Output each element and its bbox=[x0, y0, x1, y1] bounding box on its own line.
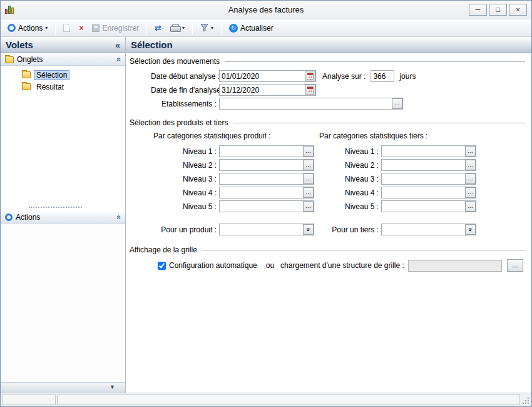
niveau-1-produit-field: … bbox=[219, 145, 314, 157]
category-column-headers: Par catégories statistiques produit : Pa… bbox=[153, 131, 526, 140]
refresh-icon: ⇄ bbox=[155, 24, 161, 32]
refresh-data-button[interactable]: ⇄ bbox=[151, 22, 165, 34]
col-tiers-header: Par catégories statistiques tiers : bbox=[319, 131, 427, 140]
pour-tiers-dropdown-button[interactable]: » bbox=[465, 224, 476, 235]
actions-menu-button[interactable]: Actions ▾ bbox=[4, 22, 51, 34]
date-fin-calendar-button[interactable]: 31 bbox=[305, 85, 315, 95]
niveau-1-produit-browse-button[interactable]: … bbox=[303, 146, 314, 157]
analyse-sur-input[interactable] bbox=[371, 70, 394, 82]
status-bar bbox=[1, 393, 531, 406]
jours-label: jours bbox=[399, 72, 416, 81]
niveau-5-row: Niveau 5 : … Niveau 5 : … bbox=[151, 200, 526, 212]
chevron-down-icon: ▾ bbox=[182, 25, 185, 31]
date-fin-label: Date de fin d'analyse : bbox=[151, 86, 217, 95]
niveau-5-tiers-browse-button[interactable]: … bbox=[465, 201, 476, 212]
niveau-1-tiers-input[interactable] bbox=[381, 145, 476, 157]
niveau-4-produit-browse-button[interactable]: … bbox=[303, 187, 314, 198]
toolbar-separator bbox=[192, 22, 193, 34]
onglets-tree: Sélection Résultat bbox=[1, 66, 125, 207]
page-title: Sélection bbox=[131, 39, 173, 50]
section-title-text: Affichage de la grille bbox=[130, 245, 197, 254]
collapse-panel-button[interactable]: « bbox=[115, 41, 120, 49]
niveau-4-produit-field: … bbox=[219, 187, 314, 198]
splitter-handle[interactable] bbox=[29, 207, 82, 208]
new-page-icon bbox=[63, 24, 70, 32]
section-rule bbox=[202, 250, 525, 250]
print-button[interactable]: ▾ bbox=[166, 23, 188, 34]
section-mouvements-title: Sélection des mouvements bbox=[130, 57, 526, 66]
double-chevron-down-icon: » bbox=[467, 227, 474, 231]
group-header-onglets[interactable]: Onglets » bbox=[1, 53, 125, 66]
sidebar-scroll-bar[interactable]: ▼ bbox=[1, 382, 125, 393]
tree-item-selection[interactable]: Sélection bbox=[1, 69, 125, 81]
close-button[interactable]: × bbox=[509, 4, 527, 16]
onglets-label: Onglets bbox=[17, 55, 43, 64]
new-button[interactable] bbox=[59, 22, 74, 34]
niveau-5-produit-browse-button[interactable]: … bbox=[303, 201, 314, 212]
actualiser-label: Actualiser bbox=[240, 24, 274, 33]
window-controls: ─ □ × bbox=[469, 4, 527, 16]
maximize-button[interactable]: □ bbox=[489, 4, 507, 16]
date-fin-field: 31 bbox=[219, 84, 316, 96]
collapse-group-icon[interactable]: » bbox=[115, 58, 123, 62]
analyse-sur-field bbox=[371, 70, 394, 82]
actualiser-button[interactable]: ↻ Actualiser bbox=[225, 22, 277, 34]
toolbar-separator bbox=[55, 22, 56, 34]
date-debut-field: 31 bbox=[219, 70, 316, 82]
config-auto-checkbox[interactable] bbox=[158, 262, 166, 270]
niveau-1-row: Niveau 1 : … Niveau 1 : … bbox=[151, 145, 526, 157]
niveau-2-tiers-browse-button[interactable]: … bbox=[465, 160, 476, 170]
niveau-3-row: Niveau 3 : … Niveau 3 : … bbox=[151, 173, 526, 185]
save-button[interactable]: Enregistrer bbox=[88, 22, 143, 34]
structure-grille-input[interactable] bbox=[408, 260, 502, 272]
section-title-text: Sélection des produits et tiers bbox=[130, 118, 228, 127]
niveau-5-produit-label: Niveau 5 : bbox=[151, 202, 217, 211]
double-chevron-down-icon: » bbox=[305, 227, 312, 231]
filter-button[interactable]: ▾ bbox=[197, 22, 217, 34]
structure-grille-browse-button[interactable]: … bbox=[507, 259, 523, 272]
resize-grip[interactable] bbox=[521, 394, 530, 405]
collapse-group-icon[interactable]: » bbox=[115, 215, 123, 220]
actions-icon bbox=[8, 24, 16, 32]
niveau-5-tiers-input[interactable] bbox=[381, 200, 476, 212]
niveau-2-produit-browse-button[interactable]: … bbox=[303, 160, 314, 170]
date-debut-calendar-button[interactable]: 31 bbox=[305, 71, 315, 81]
sidebar-header: Volets « bbox=[1, 37, 125, 53]
scroll-down-icon[interactable]: ▼ bbox=[110, 384, 115, 390]
niveau-3-produit-input[interactable] bbox=[219, 173, 314, 185]
delete-button[interactable]: × bbox=[75, 23, 87, 34]
funnel-icon bbox=[200, 24, 208, 32]
niveau-1-tiers-browse-button[interactable]: … bbox=[465, 146, 476, 157]
date-fin-row: Date de fin d'analyse : 31 bbox=[151, 84, 526, 96]
date-fin-input[interactable] bbox=[219, 84, 316, 96]
pour-produit-dropdown-button[interactable]: » bbox=[303, 224, 314, 235]
niveau-4-tiers-input[interactable] bbox=[381, 187, 476, 198]
status-cell-main bbox=[57, 394, 520, 405]
niveau-3-tiers-browse-button[interactable]: … bbox=[465, 173, 476, 184]
niveau-2-produit-input[interactable] bbox=[219, 159, 314, 171]
etablissements-input[interactable] bbox=[219, 98, 403, 110]
printer-icon bbox=[170, 24, 180, 32]
niveau-2-tiers-input[interactable] bbox=[381, 159, 476, 171]
app-window: Analyse des factures ─ □ × Actions ▾ × E… bbox=[0, 0, 532, 407]
niveau-4-tiers-browse-button[interactable]: … bbox=[465, 187, 476, 198]
affichage-row: Configuration automatique ou chargement … bbox=[158, 259, 526, 272]
pour-produit-field: » bbox=[219, 224, 314, 235]
group-header-actions[interactable]: Actions » bbox=[1, 211, 125, 224]
date-debut-input[interactable] bbox=[219, 70, 316, 82]
niveau-5-tiers-field: … bbox=[381, 200, 476, 212]
toolbar-separator bbox=[146, 22, 147, 34]
chevron-down-icon: ▾ bbox=[211, 25, 213, 31]
section-affichage-title: Affichage de la grille bbox=[130, 245, 526, 254]
pour-produit-input[interactable] bbox=[219, 224, 314, 235]
niveau-1-produit-label: Niveau 1 : bbox=[151, 147, 217, 156]
niveau-3-produit-browse-button[interactable]: … bbox=[303, 173, 314, 184]
minimize-button[interactable]: ─ bbox=[469, 4, 487, 16]
tree-item-resultat[interactable]: Résultat bbox=[1, 81, 125, 93]
niveau-4-produit-input[interactable] bbox=[219, 187, 314, 198]
niveau-5-produit-input[interactable] bbox=[219, 200, 314, 212]
pour-tiers-input[interactable] bbox=[381, 224, 476, 235]
niveau-3-tiers-input[interactable] bbox=[381, 173, 476, 185]
niveau-1-produit-input[interactable] bbox=[219, 145, 314, 157]
etablissements-browse-button[interactable]: … bbox=[392, 98, 402, 109]
